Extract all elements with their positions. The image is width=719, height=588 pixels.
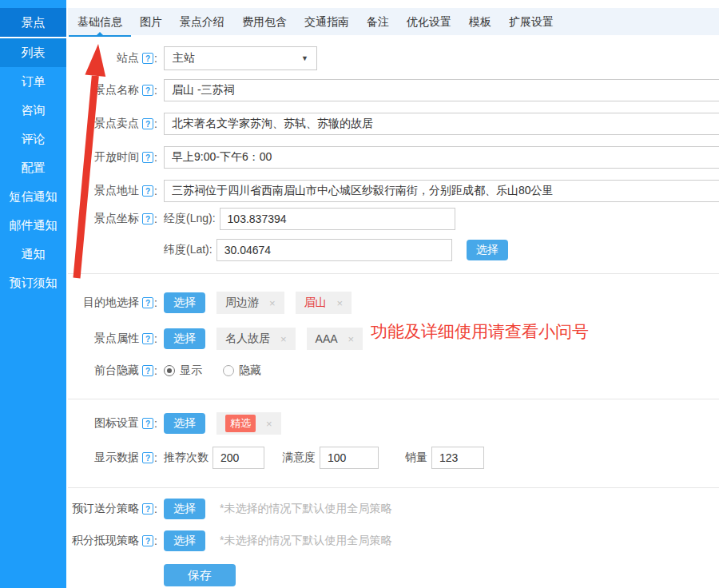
coords-label: 景点坐标?: [66, 212, 157, 226]
tab-bar: 基础信息 图片 景点介绍 费用包含 交通指南 备注 优化设置 模板 扩展设置 [68, 8, 719, 35]
tab-seo-settings[interactable]: 优化设置 [398, 8, 460, 35]
sales-label: 销量 [405, 451, 427, 465]
remove-tag-icon[interactable]: × [269, 297, 276, 309]
tab-remarks[interactable]: 备注 [358, 8, 398, 35]
site-label: 站点?: [66, 51, 157, 66]
tab-template[interactable]: 模板 [460, 8, 500, 35]
help-icon[interactable]: ? [142, 452, 153, 463]
help-icon[interactable]: ? [142, 365, 153, 376]
dropdown-arrow-icon: ▼ [301, 54, 308, 62]
hide-radio-label: 隐藏 [239, 364, 261, 378]
remove-tag-icon[interactable]: × [337, 297, 344, 309]
sidebar-item-notify[interactable]: 通知 [0, 240, 66, 268]
sidebar-item-consult[interactable]: 咨询 [0, 96, 66, 125]
satisfaction-label: 满意度 [282, 451, 316, 465]
display-data-label: 显示数据?: [66, 451, 157, 465]
satisfaction-input[interactable] [320, 447, 379, 469]
address-input[interactable] [164, 180, 719, 202]
attributes-label: 景点属性?: [66, 332, 157, 346]
selling-point-input[interactable] [164, 113, 719, 135]
attributes-choose-button[interactable]: 选择 [164, 328, 205, 349]
points-policy-note: *未选择的情况下默认使用全局策略 [220, 534, 391, 548]
booking-policy-choose-button[interactable]: 选择 [164, 499, 205, 519]
sidebar-item-email-notify[interactable]: 邮件通知 [0, 211, 66, 240]
attribute-tag: 名人故居 × [216, 328, 296, 350]
tab-extended-settings[interactable]: 扩展设置 [500, 8, 562, 35]
help-icon[interactable]: ? [142, 418, 153, 429]
destination-tag: 周边游 × [216, 292, 284, 314]
icon-tag: 精选 × [216, 412, 281, 435]
tab-images[interactable]: 图片 [131, 8, 171, 35]
remove-tag-icon[interactable]: × [266, 418, 272, 430]
active-tab-caret-icon [95, 32, 105, 37]
sidebar-header-scenic-spot[interactable]: 景点 [0, 8, 66, 38]
selling-point-label: 景点卖点?: [66, 117, 157, 131]
main-content: 基础信息 图片 景点介绍 费用包含 交通指南 备注 优化设置 模板 扩展设置 站… [66, 0, 719, 588]
lat-input[interactable] [216, 239, 452, 261]
booking-policy-note: *未选择的情况下默认使用全局策略 [220, 502, 391, 516]
help-icon[interactable]: ? [142, 118, 153, 129]
tab-intro[interactable]: 景点介绍 [171, 8, 233, 35]
recommend-count-input[interactable] [213, 447, 264, 469]
sidebar: 景点 列表 订单 咨询 评论 配置 短信通知 邮件通知 通知 预订须知 [0, 0, 66, 588]
sidebar-item-orders[interactable]: 订单 [0, 67, 66, 96]
help-icon[interactable]: ? [142, 535, 153, 546]
show-radio-label: 显示 [180, 364, 202, 378]
destination-tag: 眉山 × [296, 292, 352, 314]
points-policy-label: 积分抵现策略?: [66, 534, 157, 548]
points-policy-choose-button[interactable]: 选择 [164, 530, 205, 551]
tab-basic-info[interactable]: 基础信息 [69, 8, 131, 35]
destination-choose-button[interactable]: 选择 [164, 292, 205, 313]
name-input[interactable] [164, 79, 719, 101]
booking-policy-label: 预订送分策略?: [66, 502, 157, 516]
icon-choose-button[interactable]: 选择 [164, 413, 205, 434]
sales-input[interactable] [431, 447, 484, 469]
sidebar-item-comments[interactable]: 评论 [0, 125, 66, 153]
section-divider [68, 399, 719, 399]
help-icon[interactable]: ? [142, 503, 153, 514]
show-radio[interactable] [164, 365, 175, 376]
attribute-tag: AAA × [307, 328, 363, 350]
open-time-input[interactable] [164, 146, 719, 169]
help-icon[interactable]: ? [142, 213, 153, 224]
sidebar-item-sms-notify[interactable]: 短信通知 [0, 182, 66, 211]
basic-info-form: 站点?: 主站 ▼ 景点名称?: 景点卖点?: [66, 35, 719, 586]
recommend-count-label: 推荐次数 [164, 451, 209, 465]
lat-label: 纬度(Lat): [164, 243, 213, 257]
sidebar-item-config[interactable]: 配置 [0, 153, 66, 182]
featured-badge: 精选 [225, 415, 256, 432]
help-icon[interactable]: ? [142, 185, 153, 197]
help-icon[interactable]: ? [142, 333, 153, 344]
annotation-text: 功能及详细使用请查看小问号 [371, 320, 589, 343]
address-label: 景点地址?: [66, 184, 157, 198]
save-button[interactable]: 保存 [164, 564, 236, 586]
help-icon[interactable]: ? [142, 152, 153, 163]
remove-tag-icon[interactable]: × [280, 333, 287, 345]
open-time-label: 开放时间?: [66, 150, 157, 165]
icon-setting-label: 图标设置?: [66, 416, 157, 431]
help-icon[interactable]: ? [142, 297, 153, 308]
lng-label: 经度(Lng): [164, 212, 216, 226]
remove-tag-icon[interactable]: × [348, 333, 355, 345]
coords-choose-button[interactable]: 选择 [467, 240, 508, 260]
hide-radio[interactable] [223, 365, 234, 376]
front-hide-label: 前台隐藏?: [66, 364, 157, 378]
name-label: 景点名称?: [66, 83, 157, 97]
site-select[interactable]: 主站 ▼ [164, 46, 317, 70]
lng-input[interactable] [220, 208, 455, 230]
section-divider [68, 487, 719, 488]
help-icon[interactable]: ? [142, 53, 153, 64]
tab-traffic-guide[interactable]: 交通指南 [296, 8, 358, 35]
destination-label: 目的地选择?: [66, 296, 157, 310]
help-icon[interactable]: ? [142, 85, 153, 96]
section-divider [68, 273, 719, 274]
tab-fee-includes[interactable]: 费用包含 [233, 8, 296, 35]
sidebar-item-list[interactable]: 列表 [0, 38, 66, 67]
sidebar-item-booking-notice[interactable]: 预订须知 [0, 268, 66, 297]
